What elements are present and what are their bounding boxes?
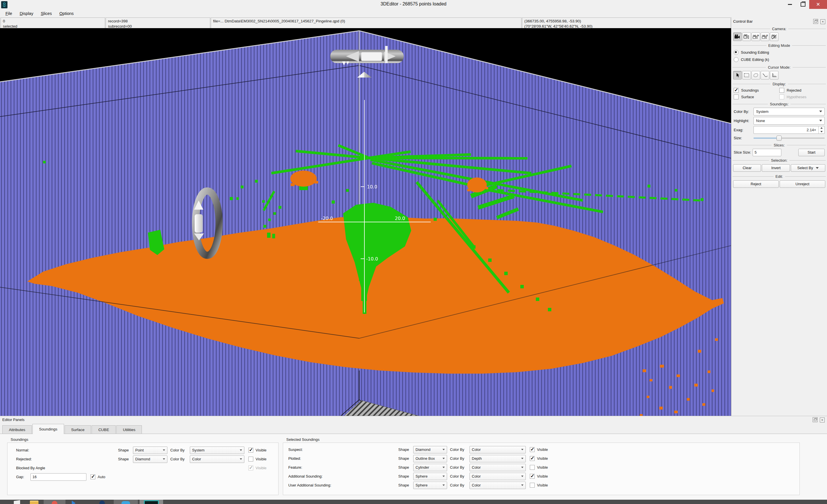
- chevron-down-icon: [521, 485, 524, 486]
- browser-icon[interactable]: [44, 500, 65, 504]
- axis-label-top: 10.0: [367, 184, 377, 190]
- menu-options[interactable]: Options: [56, 11, 78, 16]
- edge-icon[interactable]: [99, 501, 105, 504]
- user-additional-shape-dropdown[interactable]: Sphere: [413, 482, 447, 489]
- normal-colorby-dropdown[interactable]: System: [190, 447, 244, 454]
- status-file: file=... DtmData\EM3002_SN214\0005_20040…: [211, 17, 522, 28]
- menu-slices[interactable]: Slices: [37, 11, 56, 16]
- close-panel-icon[interactable]: ✕: [820, 417, 825, 422]
- media-player-icon[interactable]: [72, 501, 76, 504]
- gap-auto-checkbox[interactable]: [91, 474, 95, 479]
- surface-checkbox[interactable]: Surface: [734, 95, 779, 99]
- corner-measure-icon[interactable]: [770, 71, 778, 80]
- menu-file[interactable]: File: [2, 11, 16, 16]
- restore-button[interactable]: [796, 0, 809, 9]
- plotted-shape-dropdown[interactable]: Outline Box: [413, 455, 447, 462]
- rejected-colorby-dropdown[interactable]: Color: [190, 455, 244, 463]
- tab-surface[interactable]: Surface: [64, 425, 91, 434]
- soundings-group-label: Soundings:: [733, 102, 826, 106]
- windows-start-icon[interactable]: [14, 501, 20, 504]
- suspect-visible-checkbox[interactable]: [530, 447, 535, 452]
- editor-tab-bar: Attributes Soundings Surface CUBE Utilit…: [2, 424, 142, 434]
- suspect-shape-dropdown[interactable]: Diamond: [413, 446, 447, 453]
- feature-row: Feature: Shape Cylinder Color By Color V…: [283, 463, 799, 472]
- lasso-select-icon[interactable]: [751, 71, 760, 80]
- sounding-editing-radio[interactable]: Sounding Editing: [731, 49, 827, 56]
- size-slider[interactable]: [753, 135, 825, 141]
- curve-select-icon[interactable]: [761, 71, 769, 80]
- spin-down-icon: [819, 130, 824, 134]
- tab-soundings[interactable]: Soundings: [33, 424, 64, 434]
- unreject-button[interactable]: Unreject: [780, 180, 825, 188]
- title-bar[interactable]: 3DEditor - 268575 points loaded ✕: [0, 0, 827, 9]
- close-button[interactable]: ✕: [809, 0, 827, 9]
- chevron-down-icon: [163, 458, 165, 460]
- clear-button[interactable]: Clear: [733, 164, 761, 172]
- color-by-dropdown[interactable]: System: [753, 108, 825, 115]
- chevron-down-icon: [819, 120, 822, 121]
- rejected-visible-checkbox[interactable]: [248, 457, 253, 461]
- minimize-icon: [788, 4, 792, 5]
- soundings-checkbox[interactable]: Soundings: [734, 88, 779, 93]
- rejected-checkbox[interactable]: Rejected: [779, 88, 825, 93]
- status-bar: 0selected record=398subrecord=00 file=..…: [0, 17, 731, 28]
- normal-shape-dropdown[interactable]: Point: [133, 447, 167, 454]
- plotted-colorby-dropdown[interactable]: Depth: [470, 455, 526, 462]
- cursor-mode-group-label: Cursor Mode:: [733, 65, 826, 69]
- plotted-visible-checkbox[interactable]: [530, 456, 535, 461]
- invert-button[interactable]: Invert: [762, 164, 790, 172]
- active-3d-app-icon[interactable]: [140, 500, 163, 504]
- rejected-shape-dropdown[interactable]: Diamond: [133, 455, 167, 463]
- cube-editing-radio[interactable]: CUBE Editing (k): [731, 56, 827, 63]
- camera-east-icon[interactable]: E: [761, 33, 769, 41]
- rect-select-icon[interactable]: [742, 71, 751, 80]
- menu-display[interactable]: Display: [16, 11, 37, 16]
- minimize-button[interactable]: [783, 0, 796, 9]
- editing-mode-group-label: Editing Mode: [733, 43, 826, 48]
- additional-shape-dropdown[interactable]: Sphere: [413, 473, 447, 480]
- feature-visible-checkbox[interactable]: [530, 465, 535, 470]
- camera-outline-icon[interactable]: [742, 33, 751, 41]
- additional-visible-checkbox[interactable]: [530, 474, 535, 479]
- float-panel-icon[interactable]: [813, 417, 818, 422]
- camera-filled-icon[interactable]: [733, 33, 742, 41]
- cloud-icon[interactable]: [114, 500, 138, 504]
- feature-shape-dropdown[interactable]: Cylinder: [413, 464, 447, 471]
- soundings-tab-page: Soundings Normal: Shape Point Color By S…: [0, 434, 827, 500]
- chevron-down-icon: [442, 485, 445, 486]
- pointer-icon[interactable]: [733, 71, 742, 80]
- chevron-down-icon: [240, 449, 242, 451]
- highlight-dropdown[interactable]: None: [753, 117, 825, 124]
- suspect-colorby-dropdown[interactable]: Color: [470, 446, 526, 453]
- float-panel-icon[interactable]: [813, 19, 818, 24]
- select-by-button[interactable]: Select By: [791, 164, 825, 172]
- tab-cube[interactable]: CUBE: [92, 425, 116, 434]
- exag-spinner[interactable]: 2.14×: [753, 126, 825, 134]
- slider-handle[interactable]: [776, 136, 782, 141]
- slice-size-input[interactable]: 5: [752, 149, 781, 156]
- tab-attributes[interactable]: Attributes: [2, 425, 32, 434]
- camera-toolbar: N E: [731, 32, 827, 41]
- normal-visible-checkbox[interactable]: [248, 448, 253, 453]
- axis-label-left: -20.0: [321, 216, 333, 221]
- camera-north-icon[interactable]: N: [751, 33, 760, 41]
- close-panel-icon[interactable]: ✕: [820, 19, 825, 24]
- size-label: Size:: [734, 136, 752, 140]
- axis-label-right: 20.0: [395, 216, 405, 221]
- user-additional-visible-checkbox[interactable]: [530, 483, 535, 488]
- start-button[interactable]: Start: [798, 149, 825, 156]
- file-explorer-icon[interactable]: [30, 501, 39, 504]
- user-additional-colorby-dropdown[interactable]: Color: [470, 482, 526, 489]
- hypotheses-checkbox: Hypotheses: [779, 95, 825, 99]
- camera-edit-icon[interactable]: [770, 33, 778, 41]
- reject-button[interactable]: Reject: [733, 180, 779, 188]
- gap-input[interactable]: 16: [31, 473, 87, 481]
- tab-utilities[interactable]: Utilities: [116, 425, 142, 434]
- camera-group-label: Camera:: [733, 27, 826, 31]
- spin-up-icon: [819, 127, 824, 130]
- 3d-viewport[interactable]: 10.0 -10.0 -20.0 20.0: [0, 28, 731, 416]
- control-bar: Control Bar ✕ Camera: N E Editi: [731, 17, 827, 416]
- selection-group-label: Selection:: [733, 158, 826, 162]
- feature-colorby-dropdown[interactable]: Color: [470, 464, 526, 471]
- additional-colorby-dropdown[interactable]: Color: [470, 473, 526, 480]
